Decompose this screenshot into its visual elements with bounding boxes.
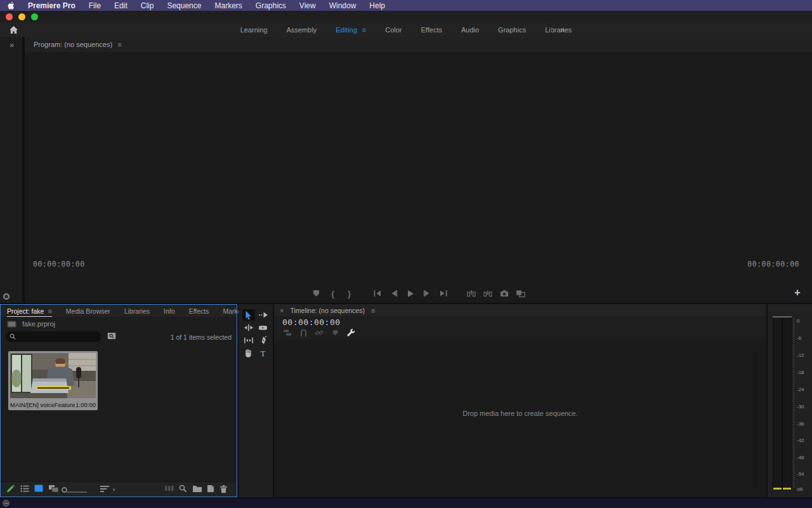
new-bin-button[interactable]: [192, 485, 202, 493]
clip-item[interactable]: MAIN/[EN] voiceFeature1... 1:00:00: [8, 351, 98, 410]
workspace-tab-editing-label: Editing: [336, 26, 357, 34]
add-marker-button[interactable]: [311, 288, 322, 298]
timeline-scrollbar[interactable]: [753, 352, 757, 488]
close-panel-icon[interactable]: ×: [280, 307, 284, 314]
audio-meter-panel[interactable]: 0 -6 -12 -18 -24 -30 -36 -42 -48 -54 dB: [768, 304, 812, 497]
timeline-add-marker-button[interactable]: [330, 328, 340, 337]
go-to-in-button[interactable]: [372, 288, 383, 298]
delete-button[interactable]: [219, 485, 228, 493]
program-playhead-timecode[interactable]: 00:00:00:00: [33, 260, 85, 269]
lift-icon: [467, 290, 476, 297]
ripple-edit-tool-button[interactable]: [242, 322, 255, 333]
linked-selection-button[interactable]: [314, 328, 324, 337]
transport-controls: { }: [25, 286, 812, 301]
lift-button[interactable]: [466, 288, 476, 298]
sort-caret-icon[interactable]: ∨: [112, 487, 115, 492]
sort-button[interactable]: [100, 485, 110, 493]
mark-out-button[interactable]: }: [344, 288, 355, 298]
tools-panel: T: [239, 304, 273, 497]
automate-to-sequence-button[interactable]: [164, 485, 174, 492]
menu-graphics[interactable]: Graphics: [256, 1, 286, 10]
find-button[interactable]: [179, 485, 187, 493]
app-menu[interactable]: Premiere Pro: [28, 1, 75, 10]
insert-overwrite-toggle-button[interactable]: [282, 328, 292, 337]
track-select-forward-tool-button[interactable]: [257, 309, 270, 321]
project-writable-button[interactable]: [6, 485, 15, 494]
timeline-tab[interactable]: Timeline: (no sequences): [290, 307, 365, 314]
icon-view-button[interactable]: [34, 485, 43, 492]
slip-tool-button[interactable]: [242, 335, 255, 346]
workspace-bar: Learning Assembly Editing ≡ Color Effect…: [0, 22, 812, 37]
menu-markers[interactable]: Markers: [214, 1, 242, 10]
snap-toggle-button[interactable]: [298, 328, 308, 337]
menu-window[interactable]: Window: [329, 1, 357, 10]
apple-icon: [8, 1, 15, 10]
type-tool-button[interactable]: T: [257, 347, 270, 359]
workspace-tab-graphics[interactable]: Graphics: [498, 26, 526, 34]
menu-view[interactable]: View: [299, 1, 316, 10]
clip-name: MAIN/[EN] voiceFeature1...: [10, 401, 75, 408]
creative-cloud-icon[interactable]: [3, 500, 10, 507]
program-tab[interactable]: Program: (no sequences): [34, 41, 112, 48]
libraries-tab[interactable]: Libraries: [124, 307, 150, 315]
razor-tool-button[interactable]: [257, 322, 270, 333]
project-tab[interactable]: Project: fake ≡: [7, 307, 52, 315]
zoom-window-button[interactable]: [31, 13, 38, 20]
hand-tool-button[interactable]: [242, 347, 255, 359]
menu-help[interactable]: Help: [369, 1, 385, 10]
workspace-tab-learning[interactable]: Learning: [240, 26, 268, 34]
meter-tick-label: -48: [797, 455, 804, 460]
zoom-slider-track[interactable]: [67, 491, 87, 493]
go-to-in-icon: [373, 290, 382, 297]
app-window: Learning Assembly Editing ≡ Color Effect…: [0, 11, 812, 498]
breadcrumb: fake.prproj: [7, 320, 55, 328]
apple-menu[interactable]: [8, 1, 15, 10]
mark-in-button[interactable]: {: [328, 288, 338, 298]
selection-tool-button[interactable]: [242, 309, 255, 321]
export-frame-button[interactable]: [499, 288, 509, 298]
menu-clip[interactable]: Clip: [141, 1, 154, 10]
panel-menu-icon[interactable]: ≡: [117, 41, 121, 48]
media-browser-tab[interactable]: Media Browser: [66, 307, 110, 315]
menu-edit[interactable]: Edit: [114, 1, 128, 10]
workspace-tab-color[interactable]: Color: [385, 26, 402, 34]
info-tab[interactable]: Info: [164, 307, 175, 315]
play-button[interactable]: [405, 288, 416, 298]
search-input[interactable]: [6, 331, 101, 342]
meter-channel-right: [783, 318, 791, 490]
workspace-menu-icon[interactable]: ≡: [362, 26, 366, 34]
freeform-view-button[interactable]: [48, 485, 59, 493]
timeline-timecode[interactable]: 00:00:00:00: [282, 318, 341, 327]
panel-menu-icon[interactable]: ≡: [371, 307, 375, 314]
step-back-button[interactable]: [389, 288, 399, 298]
workspace-tab-editing[interactable]: Editing ≡: [336, 26, 366, 34]
project-items-area[interactable]: MAIN/[EN] voiceFeature1... 1:00:00: [1, 344, 237, 481]
close-window-button[interactable]: [6, 13, 13, 20]
go-to-out-button[interactable]: [438, 288, 449, 298]
timeline-drop-zone[interactable]: Drop media here to create sequence.: [274, 340, 766, 497]
extract-button[interactable]: [483, 288, 493, 298]
comparison-view-button[interactable]: [516, 288, 526, 298]
menu-file[interactable]: File: [89, 1, 101, 10]
step-forward-button[interactable]: [422, 288, 432, 298]
workspace-overflow-button[interactable]: »: [551, 22, 565, 37]
create-search-bin-button[interactable]: [107, 332, 116, 340]
panel-menu-icon[interactable]: ≡: [48, 307, 51, 315]
breadcrumb-project-name[interactable]: fake.prproj: [22, 320, 55, 328]
menu-sequence[interactable]: Sequence: [167, 1, 201, 10]
meter-tick-label: -42: [797, 438, 804, 443]
new-item-button[interactable]: [206, 485, 215, 493]
workspace-tab-audio[interactable]: Audio: [461, 26, 479, 34]
collapsed-panel-ring-icon[interactable]: [3, 293, 10, 300]
effects-tab[interactable]: Effects: [189, 307, 209, 315]
expand-panels-button[interactable]: »: [0, 41, 23, 50]
minimize-window-button[interactable]: [18, 13, 25, 20]
workspace-tab-assembly[interactable]: Assembly: [286, 26, 317, 34]
workspace-tab-effects[interactable]: Effects: [421, 26, 442, 34]
list-view-button[interactable]: [20, 485, 30, 493]
meter-peak-right: [783, 488, 791, 490]
pen-tool-button[interactable]: [257, 335, 270, 346]
button-editor-button[interactable]: +: [794, 287, 801, 298]
clip-thumbnail: [10, 353, 96, 398]
timeline-display-settings-button[interactable]: [346, 328, 356, 337]
